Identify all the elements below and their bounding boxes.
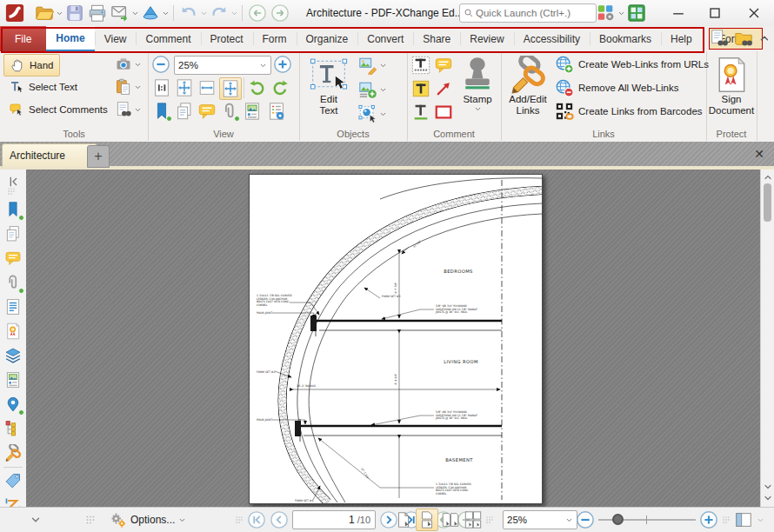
zoom-level-combo[interactable]: 25% (174, 56, 271, 75)
launch-application-button[interactable] (139, 3, 162, 23)
save-button[interactable] (63, 3, 86, 23)
zoom-in-button[interactable] (273, 55, 292, 74)
grip-icon[interactable] (722, 514, 731, 526)
typewriter-tool-button[interactable] (410, 55, 431, 76)
first-page-button[interactable] (247, 510, 266, 529)
zoom-in-status-button[interactable] (699, 510, 718, 529)
session-button[interactable] (625, 3, 648, 23)
fit-visible-button[interactable] (219, 77, 242, 100)
tab-share[interactable]: Share (413, 26, 460, 51)
quick-launch-box[interactable] (459, 3, 597, 23)
rectangle-tool-button[interactable] (433, 102, 454, 123)
sidebar-destinations-button[interactable] (4, 396, 22, 413)
sidebar-tags-button[interactable] (4, 472, 22, 489)
chevron-down-icon[interactable] (230, 10, 238, 17)
zoom-out-button[interactable] (151, 55, 170, 74)
tab-file[interactable]: File (0, 26, 46, 51)
chevron-down-icon[interactable] (617, 10, 625, 17)
scrollbar-thumb[interactable] (764, 183, 771, 222)
previous-page-button[interactable] (270, 510, 289, 529)
find-button[interactable] (710, 29, 729, 48)
open-button[interactable] (33, 3, 56, 23)
chevron-down-icon[interactable] (56, 10, 63, 17)
sidebar-attachments-button[interactable] (4, 274, 22, 291)
create-weblinks-button[interactable]: Create Web-Links from URLs (555, 54, 709, 75)
next-page-scroll-button[interactable] (762, 492, 773, 503)
sidebar-grip[interactable] (4, 187, 22, 196)
single-page-layout-button[interactable] (393, 509, 414, 530)
document-canvas[interactable]: 16'-2" RADIUS BEDROOMS LIVING ROOM (26, 170, 761, 507)
add-edit-links-button[interactable]: Add/Edit Links (504, 53, 551, 116)
rotate-cw-button[interactable] (270, 77, 290, 98)
sidebar-bookmarks-button[interactable] (4, 201, 22, 218)
remove-weblinks-button[interactable]: Remove All Web-Links (555, 77, 678, 98)
create-barcode-links-button[interactable]: Create Links from Barcodes (555, 101, 703, 122)
comments-pane-button[interactable] (197, 101, 217, 122)
continuous-layout-button[interactable] (416, 509, 438, 531)
tab-home[interactable]: Home (46, 26, 94, 51)
close-button[interactable] (739, 0, 769, 25)
sidebar-thumbnails-button[interactable] (4, 225, 22, 243)
arrow-tool-button[interactable] (433, 78, 454, 99)
rotate-ccw-button[interactable] (247, 77, 268, 98)
sidebar-comments-button[interactable] (4, 249, 22, 267)
app-logo-icon[interactable] (3, 3, 26, 23)
options-button[interactable]: Options... (110, 510, 186, 529)
find-tool-button[interactable] (115, 101, 142, 118)
undo-button[interactable] (177, 3, 200, 23)
properties-pane-button[interactable] (266, 101, 287, 122)
snapshot-button[interactable] (115, 56, 142, 73)
maximize-button[interactable] (700, 0, 730, 25)
tab-view[interactable]: View (95, 26, 137, 51)
grip-icon[interactable] (485, 514, 494, 526)
sidebar-content-button[interactable] (4, 371, 22, 389)
page-number-field[interactable]: 1 /10 (292, 510, 376, 529)
quick-launch-input[interactable] (474, 7, 592, 19)
hand-tool-button[interactable]: Hand (3, 54, 60, 76)
pane-layout-button[interactable] (734, 510, 753, 529)
print-button[interactable] (86, 3, 109, 23)
history-forward-button[interactable] (269, 3, 291, 23)
chevron-down-icon[interactable] (134, 61, 142, 69)
close-pane-button[interactable]: ✕ (748, 143, 771, 164)
stamp-button[interactable]: Stamp (457, 53, 497, 113)
scroll-up-button[interactable] (762, 171, 773, 183)
add-content-button[interactable] (358, 80, 387, 99)
chevron-down-icon[interactable] (162, 10, 170, 17)
tab-review[interactable]: Review (460, 26, 513, 51)
select-text-button[interactable]: Select Text (3, 76, 83, 97)
edit-image-button[interactable] (358, 56, 387, 75)
thumbnails-pane-button[interactable] (174, 101, 195, 122)
sticky-note-tool-button[interactable] (433, 55, 454, 76)
statusbar-grip[interactable] (85, 510, 96, 529)
chevron-down-icon[interactable] (757, 516, 764, 524)
statusbar-zoom-combo[interactable]: 25% (503, 510, 577, 529)
document-tab-architecture[interactable]: Architecture ✕ (2, 143, 97, 167)
two-page-layout-button[interactable] (440, 509, 461, 530)
tab-protect[interactable]: Protect (201, 26, 253, 51)
edit-text-button[interactable]: Edit Text (304, 53, 353, 116)
statusbar-collapse[interactable] (30, 510, 42, 529)
search-button[interactable] (734, 29, 753, 48)
fit-page-button[interactable] (174, 77, 195, 98)
zoom-slider[interactable] (598, 510, 696, 529)
chevron-down-icon[interactable] (134, 106, 142, 114)
tab-bookmarks[interactable]: Bookmarks (590, 26, 661, 51)
redo-button[interactable] (208, 3, 230, 23)
sidebar-links-button[interactable] (4, 444, 22, 462)
content-pane-button[interactable] (242, 101, 263, 122)
email-button[interactable] (109, 3, 131, 23)
new-document-tab-button[interactable]: + (87, 145, 110, 168)
bookmarks-pane-button[interactable] (151, 101, 172, 122)
vertical-scrollbar[interactable] (760, 170, 774, 507)
chevron-down-icon[interactable] (131, 10, 139, 17)
pdf-page[interactable]: 16'-2" RADIUS BEDROOMS LIVING ROOM (249, 174, 543, 504)
sidebar-signatures-button[interactable] (4, 323, 22, 340)
fit-width-button[interactable] (197, 77, 217, 98)
tab-convert[interactable]: Convert (357, 26, 413, 51)
minimize-button[interactable] (664, 0, 693, 25)
attachments-pane-button[interactable] (219, 101, 240, 122)
chevron-down-icon[interactable] (379, 110, 387, 118)
underline-tool-button[interactable] (410, 102, 431, 123)
chevron-down-icon[interactable] (134, 83, 142, 91)
